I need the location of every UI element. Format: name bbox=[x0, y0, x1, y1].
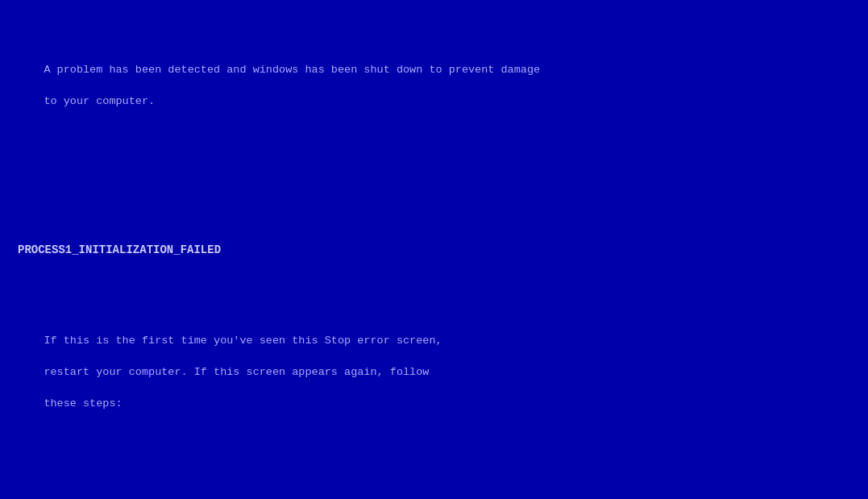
bsod-screen: A problem has been detected and windows … bbox=[0, 0, 868, 499]
header-block: A problem has been detected and windows … bbox=[18, 46, 850, 125]
header-line1: A problem has been detected and windows … bbox=[44, 64, 540, 76]
para1-line2: restart your computer. If this screen ap… bbox=[44, 366, 429, 378]
header-line2: to your computer. bbox=[44, 95, 155, 107]
first-time-block: If this is the first time you've seen th… bbox=[18, 317, 850, 427]
spacer1 bbox=[18, 184, 850, 195]
para1-line1: If this is the first time you've seen th… bbox=[44, 335, 442, 347]
error-code: PROCESS1_INITIALIZATION_FAILED bbox=[18, 242, 850, 258]
spacer2 bbox=[18, 486, 850, 497]
para1-line3: these steps: bbox=[44, 397, 122, 410]
